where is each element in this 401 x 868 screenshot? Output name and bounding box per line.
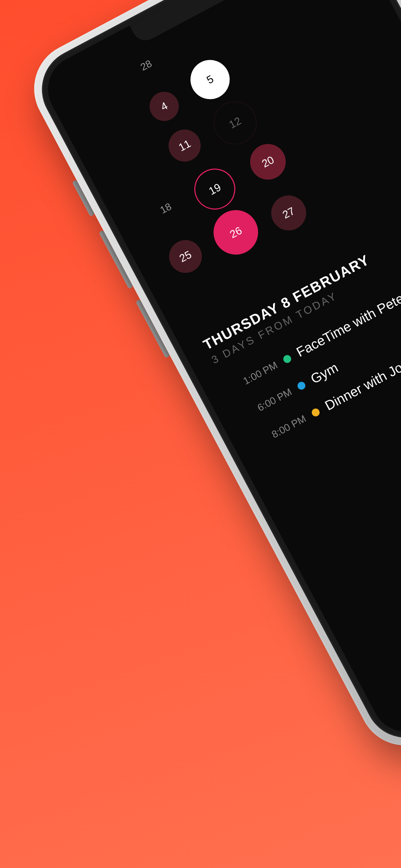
calendar-day[interactable]: 18 [158,201,174,216]
phone-screen: 28 4 5 11 12 18 19 20 25 [36,0,401,743]
event-time: 6:00 PM [240,386,294,422]
event-color-dot [282,353,293,364]
category-filters: Work [325,456,401,696]
event-color-dot [296,380,307,391]
calendar-day-selected[interactable]: 5 [184,53,237,106]
calendar-day[interactable]: 11 [163,124,206,167]
calendar-day[interactable]: 26 [206,202,266,263]
event-color-dot [310,407,321,418]
event-time: 8:00 PM [254,413,308,449]
phone-frame: 28 4 5 11 12 18 19 20 25 [18,0,401,762]
calendar-grid[interactable]: 28 4 5 11 12 18 19 20 25 [51,0,368,122]
calendar-day[interactable]: 19 [187,161,243,217]
calendar-day[interactable]: 4 [144,87,184,126]
calendar-day[interactable]: 12 [206,94,264,151]
event-time: 1:00 PM [225,359,279,395]
phone-bezel: 28 4 5 11 12 18 19 20 25 [27,0,401,752]
calendar-day-prev[interactable]: 28 [139,58,154,73]
phone-mockup: 28 4 5 11 12 18 19 20 25 [18,0,401,762]
calendar-day[interactable]: 20 [244,138,292,186]
calendar-day[interactable]: 25 [163,234,207,279]
event-title: Gym [308,360,341,387]
calendar-day[interactable]: 27 [265,189,313,237]
